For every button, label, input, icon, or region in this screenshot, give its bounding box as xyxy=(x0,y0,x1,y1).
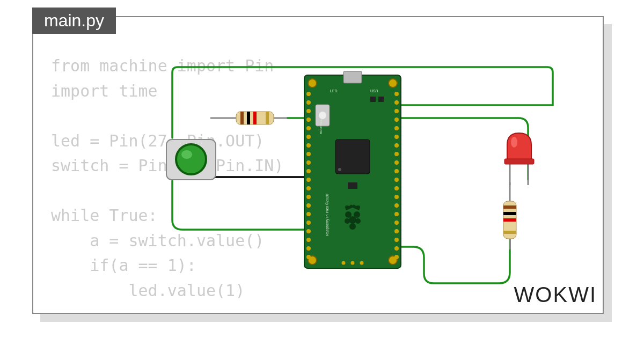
file-tab[interactable]: main.py xyxy=(32,8,116,34)
brand-logo: WOKWI xyxy=(514,283,597,307)
file-tab-label: main.py xyxy=(44,11,104,30)
brand-text: WOKWI xyxy=(514,283,597,306)
code-snippet: from machine import Pin import time led … xyxy=(51,54,283,303)
code-text: from machine import Pin import time led … xyxy=(51,56,283,300)
